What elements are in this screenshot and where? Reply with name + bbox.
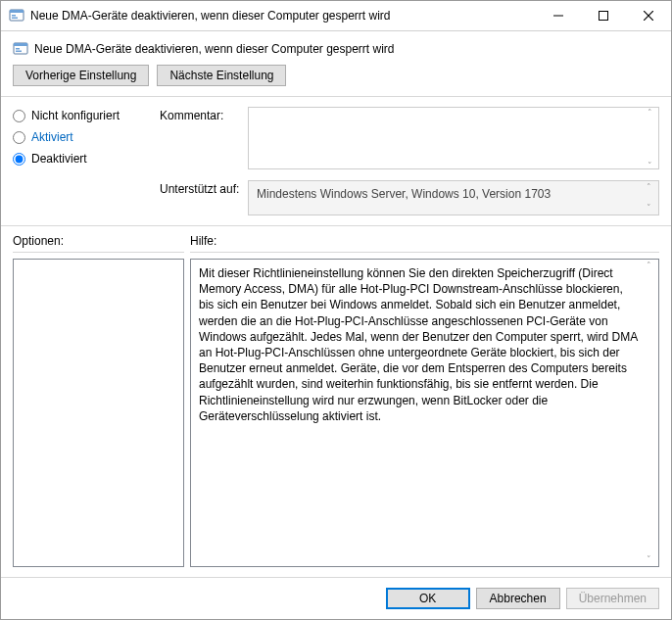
radio-deactivated[interactable]: Deaktiviert <box>13 152 160 166</box>
comment-label: Kommentar: <box>160 107 248 172</box>
config-section: Nicht konfiguriert Aktiviert Deaktiviert… <box>1 97 671 226</box>
minimize-button[interactable] <box>536 1 581 30</box>
supported-scroll[interactable]: ˄˅ <box>641 183 656 213</box>
chevron-down-icon: ˅ <box>641 555 656 564</box>
prev-setting-label: Vorherige Einstellung <box>25 69 136 82</box>
chevron-up-icon: ˄ <box>641 183 656 192</box>
titlebar: Neue DMA-Geräte deaktivieren, wenn diese… <box>1 1 671 31</box>
supported-value: Mindestens Windows Server, Windows 10, V… <box>257 187 551 201</box>
options-listbox[interactable] <box>13 259 184 567</box>
help-header: Hilfe: <box>190 234 659 253</box>
comment-textarea[interactable] <box>248 107 659 169</box>
supported-value-box: Mindestens Windows Server, Windows 10, V… <box>248 180 659 215</box>
radio-activated-label: Aktiviert <box>31 130 73 144</box>
radio-not-configured-label: Nicht konfiguriert <box>31 109 120 122</box>
prev-setting-button[interactable]: Vorherige Einstellung <box>13 65 149 86</box>
chevron-up-icon: ˄ <box>641 262 656 270</box>
chevron-up-icon: ˄ <box>642 109 657 118</box>
radio-activated[interactable]: Aktiviert <box>13 130 160 144</box>
apply-button: Übernehmen <box>566 588 659 609</box>
supported-label: Unterstützt auf: <box>160 180 248 215</box>
svg-rect-1 <box>10 10 24 13</box>
supported-field: Unterstützt auf: Mindestens Windows Serv… <box>160 180 659 215</box>
radio-not-configured-input[interactable] <box>13 110 25 122</box>
app-icon <box>9 8 24 24</box>
close-button[interactable] <box>626 1 671 30</box>
nav-row: Vorherige Einstellung Nächste Einstellun… <box>1 63 671 97</box>
policy-icon <box>13 41 28 57</box>
ok-button[interactable]: OK <box>386 588 470 609</box>
svg-rect-5 <box>600 12 608 21</box>
state-radios: Nicht konfiguriert Aktiviert Deaktiviert <box>13 107 160 215</box>
next-setting-label: Nächste Einstellung <box>169 69 273 82</box>
options-header: Optionen: <box>13 234 184 253</box>
help-column: Hilfe: Mit dieser Richtlinieneinstellung… <box>190 234 659 567</box>
help-scroll[interactable]: ˄˅ <box>641 262 656 564</box>
chevron-down-icon: ˅ <box>641 204 656 213</box>
radio-not-configured[interactable]: Nicht konfiguriert <box>13 109 160 122</box>
window-title: Neue DMA-Geräte deaktivieren, wenn diese… <box>30 9 536 23</box>
svg-rect-9 <box>16 51 22 53</box>
options-column: Optionen: <box>13 234 184 567</box>
svg-rect-8 <box>16 48 20 50</box>
policy-title: Neue DMA-Geräte deaktivieren, wenn diese… <box>34 42 395 56</box>
svg-rect-7 <box>14 43 27 46</box>
maximize-button[interactable] <box>581 1 626 30</box>
comment-scroll[interactable]: ˄˅ <box>642 109 657 170</box>
radio-deactivated-input[interactable] <box>13 153 25 166</box>
cancel-button[interactable]: Abbrechen <box>476 588 560 609</box>
svg-rect-3 <box>12 18 18 20</box>
radio-deactivated-label: Deaktiviert <box>31 152 87 166</box>
lower-pane: Optionen: Hilfe: Mit dieser Richtliniene… <box>1 226 671 577</box>
next-setting-button[interactable]: Nächste Einstellung <box>157 65 286 86</box>
svg-rect-4 <box>553 16 563 17</box>
comment-field: Kommentar: ˄˅ <box>160 107 659 172</box>
radio-activated-input[interactable] <box>13 131 25 144</box>
help-body: Mit dieser Richtlinieneinstellung können… <box>199 266 638 423</box>
dialog-footer: OK Abbrechen Übernehmen <box>1 577 671 619</box>
chevron-down-icon: ˅ <box>642 162 657 170</box>
svg-rect-2 <box>12 15 16 17</box>
policy-header: Neue DMA-Geräte deaktivieren, wenn diese… <box>1 31 671 63</box>
help-textbox[interactable]: Mit dieser Richtlinieneinstellung können… <box>190 259 659 567</box>
